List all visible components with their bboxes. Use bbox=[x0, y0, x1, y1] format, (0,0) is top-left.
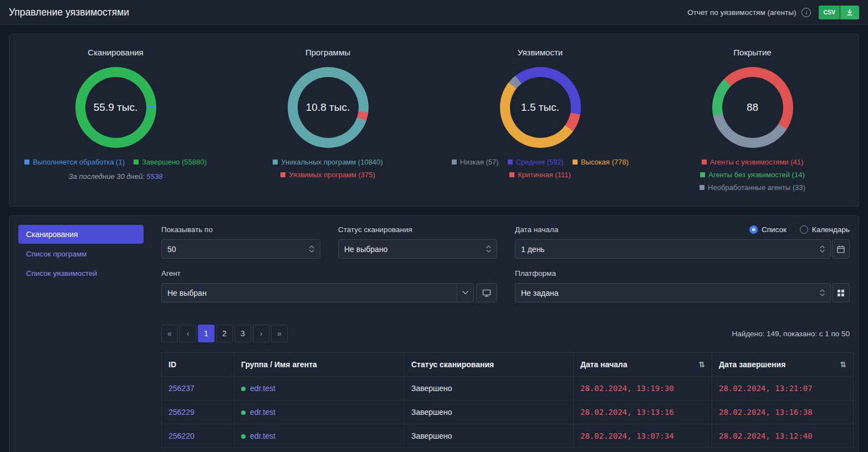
view-calendar-radio[interactable]: Календарь bbox=[800, 225, 850, 234]
donut-hole: 1.5 тыс. bbox=[510, 77, 571, 138]
per-page-select[interactable]: 50 bbox=[161, 239, 320, 259]
legend-swatch bbox=[699, 185, 704, 190]
legend-label: Средняя (592) bbox=[516, 158, 564, 166]
coverage-stat-column: Покрытие 88 Агенты с уязвимостями (41) А… bbox=[646, 48, 859, 192]
coverage-donut-chart: 88 bbox=[712, 67, 793, 148]
platform-select[interactable]: Не задана bbox=[515, 283, 831, 302]
scan-end-date: 28.02.2024, 13:12:40 bbox=[712, 424, 854, 448]
last-30-days-link[interactable]: 5538 bbox=[146, 172, 162, 181]
legend-item[interactable]: Завершено (55880) bbox=[134, 158, 207, 166]
pagination-last-button[interactable]: » bbox=[271, 325, 288, 342]
legend-swatch bbox=[573, 160, 578, 165]
stats-panel: Сканирования 55.9 тыс. Выполняется обраб… bbox=[9, 34, 859, 207]
select-arrows-icon bbox=[486, 245, 491, 253]
agent-link[interactable]: edr.test bbox=[250, 384, 275, 393]
legend-item[interactable]: Уникальных программ (10840) bbox=[273, 158, 382, 166]
legend-label: Низкая (57) bbox=[460, 158, 499, 166]
monitor-icon bbox=[482, 289, 491, 297]
scans-stat-column: Сканирования 55.9 тыс. Выполняется обраб… bbox=[9, 48, 222, 192]
legend-item[interactable]: Низкая (57) bbox=[452, 158, 499, 166]
pagination-page-2[interactable]: 2 bbox=[216, 325, 233, 342]
chart-title: Сканирования bbox=[88, 48, 143, 57]
pagination-row: « ‹ 1 2 3 › » Найдено: 149, показано: с … bbox=[161, 325, 850, 342]
pagination-page-3[interactable]: 3 bbox=[234, 325, 251, 342]
legend-swatch bbox=[280, 172, 285, 177]
scan-id-link[interactable]: 256229 bbox=[169, 408, 195, 417]
header-actions: Отчет по уязвимостям (агенты) i CSV bbox=[687, 6, 859, 19]
agent-combobox[interactable]: Не выбран bbox=[161, 283, 474, 302]
legend-item[interactable]: Средняя (592) bbox=[508, 158, 564, 166]
agent-link[interactable]: edr.test bbox=[250, 408, 275, 417]
legend-swatch bbox=[700, 172, 705, 177]
legend-item[interactable]: Агенты без уязвимостей (14) bbox=[700, 171, 804, 179]
column-header-start-date: Дата начала⇅ bbox=[574, 353, 712, 377]
donut-center-value: 10.8 тыс. bbox=[306, 101, 350, 114]
legend-swatch bbox=[273, 160, 278, 165]
agent-browse-button[interactable] bbox=[476, 283, 497, 302]
calendar-picker-button[interactable] bbox=[832, 239, 850, 259]
scans-table: ID Группа / Имя агента Статус сканирован… bbox=[161, 352, 854, 448]
programs-legend: Уникальных программ (10840) Уязвимых про… bbox=[273, 158, 382, 179]
sidebar-item-scans[interactable]: Сканирования bbox=[18, 225, 144, 244]
legend-item[interactable]: Критичная (111) bbox=[509, 171, 571, 179]
scan-start-date: 28.02.2024, 13:07:34 bbox=[574, 424, 712, 448]
column-header-id: ID bbox=[162, 353, 234, 377]
filter-row-1: Показывать по 50 Статус сканирования Не … bbox=[161, 225, 850, 259]
agent-online-dot bbox=[241, 387, 246, 391]
legend-item[interactable]: Высокая (778) bbox=[573, 158, 629, 166]
programs-stat-column: Программы 10.8 тыс. Уникальных программ … bbox=[222, 48, 434, 192]
scan-status-filter: Статус сканирования Не выбрано bbox=[338, 225, 497, 259]
scan-id-link[interactable]: 256220 bbox=[169, 432, 195, 440]
table-header-row: ID Группа / Имя агента Статус сканирован… bbox=[162, 353, 854, 377]
scan-status-select[interactable]: Не выбрано bbox=[338, 239, 497, 259]
pagination-prev-button[interactable]: ‹ bbox=[180, 325, 196, 342]
calendar-icon bbox=[836, 245, 845, 254]
legend-item[interactable]: Агенты с уязвимостями (41) bbox=[702, 158, 804, 166]
scan-id-link[interactable]: 256237 bbox=[169, 384, 195, 393]
select-arrows-icon bbox=[820, 289, 825, 297]
radio-unchecked-icon bbox=[800, 225, 808, 234]
pagination-page-1[interactable]: 1 bbox=[198, 325, 215, 342]
column-header-status: Статус сканирования bbox=[405, 353, 574, 377]
donut-center-value: 1.5 тыс. bbox=[521, 101, 559, 114]
legend-swatch bbox=[702, 160, 707, 165]
legend-label: Завершено (55880) bbox=[142, 158, 207, 166]
download-icon bbox=[846, 8, 854, 16]
legend-label: Выполняется обработка (1) bbox=[33, 158, 125, 166]
column-header-agent: Группа / Имя агента bbox=[234, 353, 405, 377]
legend-item[interactable]: Уязвимых программ (375) bbox=[280, 171, 375, 179]
start-date-select[interactable]: 1 день bbox=[515, 239, 831, 259]
scan-end-date: 28.02.2024, 13:16:38 bbox=[712, 400, 854, 424]
scan-start-date: 28.02.2024, 13:19:30 bbox=[574, 377, 712, 400]
csv-export-button[interactable]: CSV bbox=[819, 6, 840, 19]
sort-icon[interactable]: ⇅ bbox=[698, 360, 705, 369]
agent-dropdown-button[interactable] bbox=[457, 283, 473, 302]
scan-end-date: 28.02.2024, 13:21:07 bbox=[712, 377, 854, 400]
download-report-button[interactable] bbox=[840, 6, 859, 19]
sidebar-item-programs[interactable]: Список программ bbox=[18, 245, 144, 263]
sort-icon[interactable]: ⇅ bbox=[840, 360, 846, 369]
agent-link[interactable]: edr.test bbox=[250, 432, 275, 440]
grid-icon bbox=[836, 289, 845, 297]
pagination-first-button[interactable]: « bbox=[161, 325, 178, 342]
donut-hole: 55.9 тыс. bbox=[85, 77, 146, 138]
column-header-end-date: Дата завершения⇅ bbox=[712, 353, 854, 377]
coverage-legend: Агенты с уязвимостями (41) Агенты без уя… bbox=[699, 158, 805, 192]
platform-grid-button[interactable] bbox=[832, 283, 850, 302]
vulnerabilities-donut-chart: 1.5 тыс. bbox=[500, 67, 581, 148]
view-list-radio[interactable]: Список bbox=[749, 225, 787, 234]
results-summary: Найдено: 149, показано: с 1 по 50 bbox=[732, 330, 850, 338]
legend-label: Высокая (778) bbox=[581, 158, 629, 166]
legend-label: Уникальных программ (10840) bbox=[281, 158, 382, 166]
pagination-next-button[interactable]: › bbox=[253, 325, 269, 342]
legend-swatch bbox=[509, 172, 514, 177]
programs-donut-chart: 10.8 тыс. bbox=[288, 67, 369, 148]
scan-status-value: Завершено bbox=[405, 400, 574, 424]
agent-online-dot bbox=[241, 434, 246, 439]
sidebar-item-vulnerabilities[interactable]: Список уязвимостей bbox=[18, 264, 144, 282]
legend-item[interactable]: Необработанные агенты (33) bbox=[699, 183, 805, 192]
legend-label: Агенты с уязвимостями (41) bbox=[710, 158, 804, 166]
legend-item[interactable]: Выполняется обработка (1) bbox=[24, 158, 125, 166]
report-label: Отчет по уязвимостям (агенты) bbox=[687, 8, 796, 17]
info-icon[interactable]: i bbox=[801, 8, 811, 17]
